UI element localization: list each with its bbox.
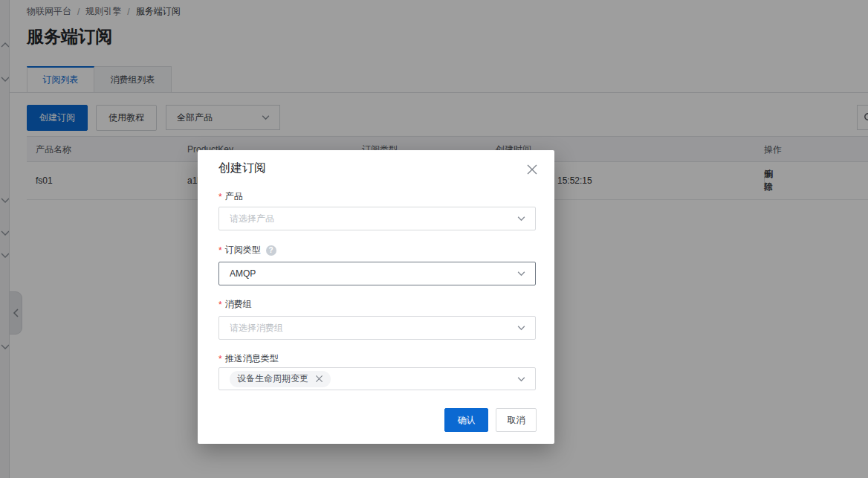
tag-label: 设备生命周期变更 [237,372,308,385]
tag-remove-icon[interactable] [315,375,323,383]
chevron-down-icon [516,269,526,279]
create-subscription-modal: 创建订阅 * 产品 请选择产品 * 订阅类型 ? AMQP * 消费组 [198,150,554,444]
required-marker: * [218,192,222,202]
field-label-push-message-type: * 推送消息类型 [218,352,279,365]
modal-title: 创建订阅 [218,161,266,176]
field-label-consumer-group: * 消费组 [218,298,252,311]
subscription-type-select[interactable]: AMQP [218,262,536,285]
required-marker: * [218,354,222,364]
field-label-text: 消费组 [225,298,252,311]
confirm-button[interactable]: 确认 [444,408,488,432]
select-placeholder: 请选择产品 [219,213,274,225]
field-label-product: * 产品 [218,190,243,203]
help-icon[interactable]: ? [266,245,276,256]
field-label-text: 产品 [225,190,243,203]
consumer-group-select[interactable]: 请选择消费组 [218,316,536,340]
push-message-type-multiselect[interactable]: 设备生命周期变更 [218,367,536,390]
required-marker: * [218,245,222,256]
chevron-down-icon [516,323,526,333]
field-label-subscription-type: * 订阅类型 ? [218,244,276,256]
field-label-text: 订阅类型 [225,244,261,256]
chevron-down-icon [516,374,526,384]
select-value: AMQP [219,268,256,279]
close-icon[interactable] [525,162,540,177]
select-placeholder: 请选择消费组 [219,322,283,335]
chevron-down-icon [516,214,526,224]
cancel-button[interactable]: 取消 [496,408,537,432]
field-label-text: 推送消息类型 [225,352,279,365]
selected-tag: 设备生命周期变更 [230,371,331,387]
page: 物联网平台 / 规则引擎 / 服务端订阅 服务端订阅 订阅列表 消费组列表 创建… [0,0,868,478]
required-marker: * [218,300,222,310]
product-select[interactable]: 请选择产品 [218,207,536,230]
